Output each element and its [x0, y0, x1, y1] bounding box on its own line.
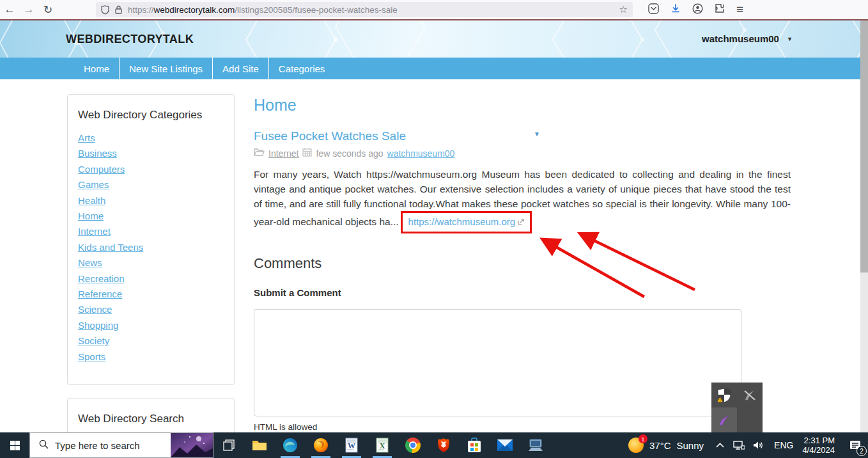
taskbar-firefox[interactable] — [306, 432, 336, 458]
taskbar-connect-display[interactable] — [520, 432, 551, 458]
folder-icon — [254, 148, 265, 159]
clock-date: 4/4/2024 — [802, 445, 835, 455]
svg-text:W: W — [348, 441, 355, 450]
taskbar-word[interactable]: W — [336, 432, 367, 458]
taskbar-brave[interactable] — [428, 432, 459, 458]
comments-heading: Comments — [254, 255, 791, 272]
category-link-health[interactable]: Health — [78, 195, 105, 206]
browser-reload-button[interactable]: ↻ — [38, 1, 58, 18]
shield-icon[interactable] — [101, 5, 109, 15]
nav-item-categories[interactable]: Categories — [268, 58, 335, 79]
main-column: Home Fusee Pocket Watches Sale Internet … — [254, 96, 791, 432]
listing-author-link[interactable]: watchmuseum00 — [387, 148, 455, 159]
task-view-button[interactable] — [213, 432, 244, 458]
browser-toolbar-right: ≡ — [648, 3, 743, 17]
pocket-icon[interactable] — [648, 3, 659, 17]
bookmark-star-icon[interactable]: ☆ — [619, 4, 628, 15]
user-menu[interactable]: watchmuseum00 ▾ — [702, 33, 791, 44]
category-link-news[interactable]: News — [78, 257, 102, 268]
categories-list: Arts Business Computers Games Health Hom… — [78, 130, 224, 365]
weather-badge: 1 — [639, 434, 647, 443]
taskbar-edge[interactable] — [275, 432, 306, 458]
nav-item-add-site[interactable]: Add Site — [212, 58, 268, 79]
category-link-home[interactable]: Home — [78, 210, 104, 221]
taskbar-mail[interactable] — [490, 432, 520, 458]
action-center-button[interactable]: 2 — [842, 432, 868, 458]
list-item: Computers — [78, 162, 224, 177]
taskbar-search-box[interactable]: Type here to search — [29, 432, 213, 458]
network-icon[interactable] — [729, 432, 748, 458]
tray-chevron-up-icon[interactable] — [710, 432, 729, 458]
listing-external-link[interactable]: https://watchmuseum.org — [408, 216, 516, 227]
site-brand[interactable]: WEBDIRECTORYTALK — [66, 33, 194, 46]
category-link-internet[interactable]: Internet — [78, 226, 111, 237]
task-view-icon — [223, 439, 235, 451]
taskbar-clock[interactable]: 2:31 PM 4/4/2024 — [800, 436, 842, 455]
tray-popup-empty-cell — [737, 407, 763, 432]
taskbar-chrome[interactable] — [398, 432, 428, 458]
page-scrollbar[interactable] — [860, 20, 868, 432]
url-text: https://webdirectorytalk.com/listings200… — [128, 5, 619, 15]
feather-muted-icon[interactable] — [737, 383, 763, 407]
scrollbar-thumb[interactable] — [860, 20, 868, 272]
lock-icon[interactable] — [115, 5, 122, 14]
category-link-business[interactable]: Business — [78, 148, 117, 159]
directory-search-card: Web Directory Search — [67, 398, 235, 432]
weather-widget[interactable]: 1 37°C Sunny — [622, 438, 710, 453]
category-link-arts[interactable]: Arts — [78, 132, 95, 143]
category-link-recreation[interactable]: Recreation — [78, 273, 125, 284]
menu-icon[interactable]: ≡ — [736, 3, 743, 17]
browser-forward-button[interactable]: → — [19, 1, 38, 18]
taskbar-excel[interactable]: X — [367, 432, 398, 458]
taskbar-store[interactable] — [459, 432, 490, 458]
list-item: Internet — [78, 224, 224, 239]
listing-title-link[interactable]: Fusee Pocket Watches Sale — [254, 129, 791, 143]
category-link-games[interactable]: Games — [78, 179, 109, 190]
category-link-science[interactable]: Science — [78, 304, 112, 315]
download-icon[interactable] — [670, 3, 681, 16]
address-bar[interactable]: https://webdirectorytalk.com/listings200… — [96, 2, 633, 17]
listing-body: For many years, Watch https://watchmuseu… — [254, 167, 791, 233]
browser-back-button[interactable]: ← — [0, 1, 19, 18]
category-link-kids-and-teens[interactable]: Kids and Teens — [78, 242, 143, 253]
windows-logo-icon — [10, 441, 20, 450]
windows-security-shield-icon[interactable] — [711, 383, 737, 407]
tray-overflow-popup — [711, 383, 763, 432]
list-item: Reference — [78, 287, 224, 302]
categories-title: Web Directory Categories — [78, 109, 224, 122]
taskbar-file-explorer[interactable] — [244, 432, 275, 458]
list-item: Recreation — [78, 271, 224, 287]
volume-icon[interactable] — [748, 432, 768, 458]
display-icon — [528, 439, 543, 452]
category-link-reference[interactable]: Reference — [78, 288, 122, 299]
nav-item-new-site-listings[interactable]: New Site Listings — [119, 58, 212, 79]
microsoft-store-icon — [467, 438, 482, 453]
purple-feather-icon[interactable] — [711, 407, 737, 432]
category-link-sports[interactable]: Sports — [78, 351, 105, 362]
weather-condition: Sunny — [677, 440, 704, 451]
page-title: Home — [254, 96, 791, 114]
firefox-icon — [313, 438, 329, 453]
comment-textarea[interactable] — [254, 309, 741, 416]
list-item: Kids and Teens — [78, 240, 224, 255]
search-highlight-art[interactable] — [171, 433, 213, 457]
language-indicator[interactable]: ENG — [768, 440, 800, 450]
directory-search-title: Web Directory Search — [78, 413, 224, 425]
list-item: Arts — [78, 130, 224, 146]
nav-item-home[interactable]: Home — [74, 58, 119, 79]
extensions-puzzle-icon[interactable] — [715, 3, 725, 16]
list-item: Society — [78, 333, 224, 349]
category-link-shopping[interactable]: Shopping — [78, 320, 118, 331]
category-link-society[interactable]: Society — [78, 335, 109, 346]
category-link-computers[interactable]: Computers — [78, 164, 125, 175]
submit-comment-heading: Submit a Comment — [254, 287, 791, 298]
svg-text:X: X — [380, 441, 385, 450]
listing-options-caret-icon[interactable]: ▼ — [534, 130, 540, 138]
start-button[interactable] — [0, 432, 29, 458]
account-icon[interactable] — [692, 3, 703, 17]
list-item: Games — [78, 177, 224, 193]
categories-card: Web Directory Categories Arts Business C… — [67, 94, 235, 385]
search-icon — [39, 439, 49, 452]
listing-meta: Internet few seconds ago watchmuseum00 — [254, 148, 791, 159]
listing-category-link[interactable]: Internet — [268, 148, 298, 159]
